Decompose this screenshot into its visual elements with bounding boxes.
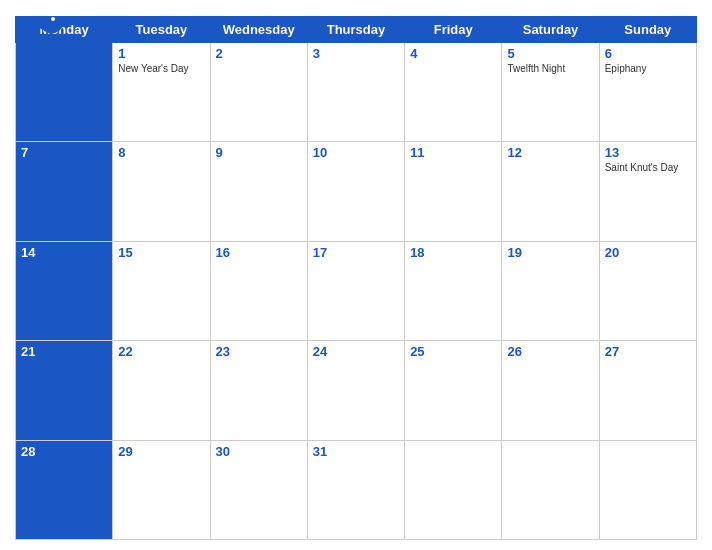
calendar-cell: 7 [16,142,113,241]
calendar-cell: 31 [307,440,404,539]
day-number: 15 [118,245,204,260]
day-number: 20 [605,245,691,260]
weekday-header-saturday: Saturday [502,17,599,43]
day-number: 22 [118,344,204,359]
calendar-wrapper: MondayTuesdayWednesdayThursdayFridaySatu… [0,0,712,550]
calendar-cell: 6Epiphany [599,43,696,142]
calendar-cell: 16 [210,241,307,340]
holiday-label: Epiphany [605,63,691,75]
calendar-cell: 15 [113,241,210,340]
calendar-cell: 8 [113,142,210,241]
day-number: 10 [313,145,399,160]
day-number: 6 [605,46,691,61]
day-number: 27 [605,344,691,359]
calendar-cell: 10 [307,142,404,241]
day-number: 7 [21,145,107,160]
calendar-cell: 21 [16,341,113,440]
day-number: 18 [410,245,496,260]
day-number: 21 [21,344,107,359]
day-number: 9 [216,145,302,160]
calendar-cell: 18 [405,241,502,340]
calendar-cell: 19 [502,241,599,340]
calendar-cell [16,43,113,142]
calendar-cell: 11 [405,142,502,241]
calendar-cell: 30 [210,440,307,539]
weekday-header-tuesday: Tuesday [113,17,210,43]
day-number: 16 [216,245,302,260]
calendar-cell [502,440,599,539]
weekday-header-friday: Friday [405,17,502,43]
calendar-cell: 13Saint Knut's Day [599,142,696,241]
calendar-cell: 27 [599,341,696,440]
day-number: 8 [118,145,204,160]
calendar-cell: 20 [599,241,696,340]
calendar-cell: 9 [210,142,307,241]
day-number: 26 [507,344,593,359]
week-row-2: 78910111213Saint Knut's Day [16,142,697,241]
day-number: 17 [313,245,399,260]
calendar-cell: 2 [210,43,307,142]
day-number: 3 [313,46,399,61]
day-number: 25 [410,344,496,359]
calendar-cell [599,440,696,539]
calendar-cell: 22 [113,341,210,440]
holiday-label: Saint Knut's Day [605,162,691,174]
week-row-1: 1New Year's Day2345Twelfth Night6Epiphan… [16,43,697,142]
weekday-header-wednesday: Wednesday [210,17,307,43]
calendar-cell: 24 [307,341,404,440]
day-number: 30 [216,444,302,459]
calendar-cell: 4 [405,43,502,142]
day-number: 19 [507,245,593,260]
weekday-header-sunday: Sunday [599,17,696,43]
day-number: 4 [410,46,496,61]
calendar-cell: 12 [502,142,599,241]
week-row-4: 21222324252627 [16,341,697,440]
day-number: 14 [21,245,107,260]
day-number: 13 [605,145,691,160]
day-number: 12 [507,145,593,160]
day-number: 5 [507,46,593,61]
day-number: 11 [410,145,496,160]
day-number: 23 [216,344,302,359]
day-number: 29 [118,444,204,459]
calendar-cell: 23 [210,341,307,440]
day-number: 24 [313,344,399,359]
calendar-cell: 26 [502,341,599,440]
day-number: 31 [313,444,399,459]
weekday-header-row: MondayTuesdayWednesdayThursdayFridaySatu… [16,17,697,43]
calendar-cell [405,440,502,539]
holiday-label: Twelfth Night [507,63,593,75]
week-row-3: 14151617181920 [16,241,697,340]
weekday-header-thursday: Thursday [307,17,404,43]
calendar-cell: 29 [113,440,210,539]
calendar-cell: 3 [307,43,404,142]
week-row-5: 28293031 [16,440,697,539]
calendar-cell: 25 [405,341,502,440]
holiday-label: New Year's Day [118,63,204,75]
calendar-cell: 17 [307,241,404,340]
calendar-table: MondayTuesdayWednesdayThursdayFridaySatu… [15,16,697,540]
day-number: 2 [216,46,302,61]
day-number: 1 [118,46,204,61]
day-number: 28 [21,444,107,459]
calendar-cell: 14 [16,241,113,340]
calendar-cell: 28 [16,440,113,539]
calendar-cell: 5Twelfth Night [502,43,599,142]
svg-point-0 [51,17,55,21]
calendar-cell: 1New Year's Day [113,43,210,142]
